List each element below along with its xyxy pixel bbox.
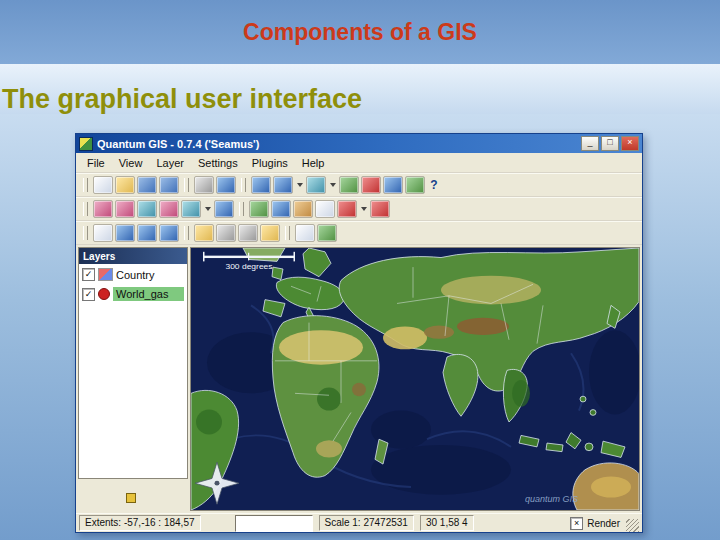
show-all-layers-icon[interactable] xyxy=(405,176,425,194)
left-column: Layers ✓ Country ✓ World_gas xyxy=(78,247,188,511)
refresh-icon[interactable] xyxy=(249,200,269,218)
add-raster-layer-icon[interactable] xyxy=(273,176,293,194)
toolbar-handle[interactable] xyxy=(241,178,246,192)
window-content: Layers ✓ Country ✓ World_gas xyxy=(76,245,642,513)
save-project-icon[interactable] xyxy=(137,176,157,194)
menu-view[interactable]: View xyxy=(112,155,150,171)
new-project-icon[interactable] xyxy=(93,176,113,194)
capture-line-icon[interactable] xyxy=(137,224,157,242)
slide-title: Components of a GIS xyxy=(243,19,477,46)
attribute-table-icon[interactable] xyxy=(315,200,335,218)
render-label: Render xyxy=(587,518,620,529)
help-icon[interactable]: ? xyxy=(427,177,441,193)
window-titlebar[interactable]: Quantum GIS - 0.7.4 ('Seamus') _ □ × xyxy=(76,134,642,153)
slide-background: Components of a GIS The graphical user i… xyxy=(0,0,720,540)
zoom-selection-icon[interactable] xyxy=(159,200,179,218)
world-map: 300 degrees quantum GIS xyxy=(191,248,639,510)
layer-item-world-gas[interactable]: ✓ World_gas xyxy=(79,283,187,303)
print-icon[interactable] xyxy=(194,176,214,194)
open-project-icon[interactable] xyxy=(115,176,135,194)
close-button[interactable]: × xyxy=(621,136,639,151)
layer-symbol-icon xyxy=(98,268,113,281)
layer-visibility-checkbox[interactable]: ✓ xyxy=(82,268,95,281)
resize-grip[interactable] xyxy=(626,519,639,532)
scalebar-label: 300 degrees xyxy=(225,261,272,271)
remove-layer-icon[interactable] xyxy=(361,176,381,194)
render-checkbox[interactable]: × xyxy=(570,517,583,530)
identify-icon[interactable] xyxy=(271,200,291,218)
slide-subtitle: The graphical user interface xyxy=(2,84,362,115)
save-project-as-icon[interactable] xyxy=(159,176,179,194)
qgis-window: Quantum GIS - 0.7.4 ('Seamus') _ □ × Fil… xyxy=(75,133,643,533)
toolbar-handle[interactable] xyxy=(83,226,88,240)
toolbar-handle[interactable] xyxy=(184,226,189,240)
unknown-marker-icon xyxy=(126,493,136,503)
window-title: Quantum GIS - 0.7.4 ('Seamus') xyxy=(97,138,259,150)
toolbar-handle[interactable] xyxy=(239,202,244,216)
scale-display: Scale 1: 27472531 xyxy=(319,515,414,531)
toolbar-handle[interactable] xyxy=(83,178,88,192)
add-vector-layer-icon[interactable] xyxy=(251,176,271,194)
status-bar: Extents: -57,-16 : 184,57 Scale 1: 27472… xyxy=(76,513,642,532)
new-vector-layer-icon[interactable] xyxy=(339,176,359,194)
menu-settings[interactable]: Settings xyxy=(191,155,245,171)
zoom-out-icon[interactable] xyxy=(115,200,135,218)
qgis-logo-icon xyxy=(79,137,93,151)
menu-bar: File View Layer Settings Plugins Help xyxy=(76,153,642,173)
minimize-button[interactable]: _ xyxy=(581,136,599,151)
window-controls: _ □ × xyxy=(581,136,639,151)
capture-polygon-icon[interactable] xyxy=(159,224,179,242)
zoom-last-icon[interactable] xyxy=(214,200,234,218)
paste-icon[interactable] xyxy=(260,224,280,242)
dropdown-arrow-icon[interactable] xyxy=(295,177,304,193)
menu-plugins[interactable]: Plugins xyxy=(245,155,295,171)
map-watermark: quantum GIS xyxy=(525,495,578,505)
dropdown-arrow-icon[interactable] xyxy=(359,201,368,217)
toolbar-navigation xyxy=(76,197,642,221)
layer-item-country[interactable]: ✓ Country xyxy=(79,264,187,283)
toolbar-handle[interactable] xyxy=(184,178,189,192)
zoom-full-icon[interactable] xyxy=(137,200,157,218)
copy-icon[interactable] xyxy=(238,224,258,242)
coordinate-display: 30 1,58 4 xyxy=(420,515,474,531)
pan-icon[interactable] xyxy=(93,224,113,242)
layers-panel-header: Layers xyxy=(79,248,187,264)
menu-layer[interactable]: Layer xyxy=(149,155,191,171)
add-postgis-layer-icon[interactable] xyxy=(306,176,326,194)
toggle-editing-icon[interactable] xyxy=(194,224,214,242)
map-canvas[interactable]: 300 degrees quantum GIS xyxy=(190,247,640,511)
dropdown-arrow-icon[interactable] xyxy=(328,177,337,193)
zoom-in-icon[interactable] xyxy=(93,200,113,218)
maximize-button[interactable]: □ xyxy=(601,136,619,151)
scalebar-icon[interactable] xyxy=(317,224,337,242)
slide-header-band: Components of a GIS xyxy=(0,0,720,64)
cut-icon[interactable] xyxy=(216,224,236,242)
add-to-overview-icon[interactable] xyxy=(383,176,403,194)
extents-display: Extents: -57,-16 : 184,57 xyxy=(79,515,201,531)
layer-visibility-checkbox[interactable]: ✓ xyxy=(82,288,95,301)
export-image-icon[interactable] xyxy=(216,176,236,194)
coordinate-input[interactable] xyxy=(235,515,313,532)
select-features-icon[interactable] xyxy=(293,200,313,218)
zoom-layer-icon[interactable] xyxy=(181,200,201,218)
toolbar-file: ? xyxy=(76,173,642,197)
measure-line-icon[interactable] xyxy=(337,200,357,218)
layers-panel: Layers ✓ Country ✓ World_gas xyxy=(78,247,188,479)
north-arrow-icon[interactable] xyxy=(295,224,315,242)
dropdown-arrow-icon[interactable] xyxy=(203,201,212,217)
toolbar-handle[interactable] xyxy=(83,202,88,216)
layer-label[interactable]: Country xyxy=(116,269,155,281)
toolbar-handle[interactable] xyxy=(285,226,290,240)
layer-label[interactable]: World_gas xyxy=(113,287,184,301)
menu-file[interactable]: File xyxy=(80,155,112,171)
render-toggle[interactable]: × Render xyxy=(570,517,620,530)
menu-help[interactable]: Help xyxy=(295,155,332,171)
toolbar-digitizing xyxy=(76,221,642,245)
measure-area-icon[interactable] xyxy=(370,200,390,218)
capture-point-icon[interactable] xyxy=(115,224,135,242)
layer-symbol-icon xyxy=(98,288,110,300)
